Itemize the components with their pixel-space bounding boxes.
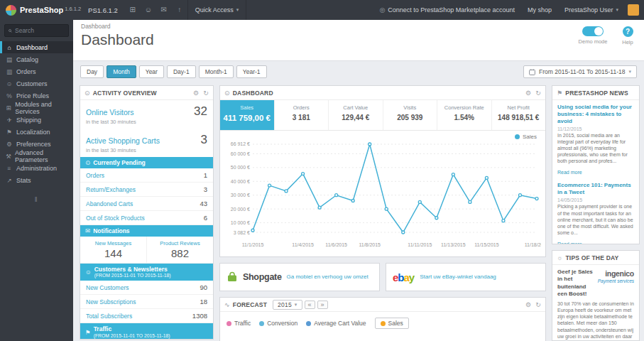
news-article-title[interactable]: Using social media for your business: 4 … xyxy=(557,104,634,125)
demo-mode-toggle[interactable] xyxy=(582,26,604,36)
sidebar-search[interactable] xyxy=(4,24,69,37)
people-icon: ☺ xyxy=(85,269,92,276)
new-customers-link[interactable]: New Customers xyxy=(86,284,129,291)
total-subscribers-link[interactable]: Total Subscribers xyxy=(86,313,132,320)
help-icon[interactable]: ? xyxy=(623,26,633,37)
forecast-legend-average-cart-value[interactable]: Average Cart Value xyxy=(306,320,366,327)
bell-icon: ✉ xyxy=(85,227,90,234)
kpi-value: 3 181 xyxy=(278,114,326,121)
kpi-label: Orders xyxy=(278,104,326,111)
svg-text:50 000 €: 50 000 € xyxy=(231,165,250,170)
gear-icon[interactable]: ⚙ xyxy=(193,90,199,97)
kpi-net-profit[interactable]: Net Profit148 918,51 € xyxy=(492,100,546,130)
kpi-visits[interactable]: Visits205 939 xyxy=(383,100,438,130)
sidebar-item-preferences[interactable]: ⚙Preferences xyxy=(0,138,73,150)
forecast-year-value: 2015 xyxy=(278,301,292,308)
pending-orders-link[interactable]: Orders xyxy=(86,172,104,179)
gear-icon[interactable]: ⚙ xyxy=(525,90,531,97)
kpi-orders[interactable]: Orders3 181 xyxy=(275,100,329,130)
search-input[interactable] xyxy=(15,27,65,34)
forecast-legend-sales[interactable]: Sales xyxy=(375,318,409,329)
refresh-icon[interactable]: ↻ xyxy=(203,90,209,97)
sidebar-collapse-button[interactable]: ‖ xyxy=(0,196,73,203)
svg-text:30 000 €: 30 000 € xyxy=(231,193,250,197)
read-more-link[interactable]: Read more xyxy=(557,242,582,244)
forecast-next-button[interactable]: » xyxy=(317,301,328,309)
shopgate-logo-text: Shopgate xyxy=(243,272,282,282)
out-of-stock-link[interactable]: Out of Stock Products xyxy=(86,215,145,222)
news-article-title[interactable]: Ecommerce 101: Payments in a Tweet xyxy=(557,182,634,196)
sidebar-item-localization[interactable]: ⚑Localization xyxy=(0,126,73,138)
refresh-icon[interactable]: ↻ xyxy=(535,301,541,308)
new-subscriptions-link[interactable]: New Subscriptions xyxy=(86,298,136,305)
forecast-prev-button[interactable]: « xyxy=(305,301,315,309)
sidebar-item-administration[interactable]: ≡Administration xyxy=(0,162,73,174)
ebay-promo-link[interactable]: Start uw eBay-winkel vandaag xyxy=(420,274,496,281)
filter-year-button[interactable]: Year xyxy=(139,65,164,78)
out-of-stock-value: 6 xyxy=(204,214,207,222)
ebay-promo-panel: ebay Start uw eBay-winkel vandaag xyxy=(386,263,546,291)
customers-newsletters-header: ☺ Customers & Newsletters (FROM 2015-11-… xyxy=(80,264,213,281)
sidebar-item-price-rules[interactable]: %Price Rules xyxy=(0,90,73,102)
abandoned-carts-link[interactable]: Abandoned Carts xyxy=(86,200,133,207)
shopgate-promo-panel: Shopgate Ga mobiel en verhoog uw omzet xyxy=(219,263,380,291)
upgrade-icon[interactable]: ↑ xyxy=(172,0,187,20)
user-menu[interactable]: PrestaShop User ▾ xyxy=(558,0,625,20)
forecast-panel-title: FORECAST xyxy=(233,301,267,308)
forecast-legend-conversion[interactable]: Conversion xyxy=(259,320,298,327)
sidebar-item-stats[interactable]: ↗Stats xyxy=(0,174,73,186)
page-header: Dashboard Dashboard Demo mode ? Help xyxy=(73,20,644,61)
forecast-legend-traffic[interactable]: Traffic xyxy=(227,320,251,327)
sidebar-item-dashboard[interactable]: ⌂Dashboard xyxy=(0,41,73,53)
sidebar-nav: ⌂Dashboard ▤Catalog ▥Orders ☺Customers %… xyxy=(0,41,73,186)
online-visitors-link[interactable]: Online Visitors xyxy=(86,108,134,117)
sidebar-item-catalog[interactable]: ▤Catalog xyxy=(0,53,73,65)
notifications-header: ✉ Notifications xyxy=(80,225,213,237)
new-messages-stat[interactable]: New Messages 144 xyxy=(80,237,147,263)
customers-icon[interactable]: ☺ xyxy=(141,0,156,20)
gear-icon[interactable]: ⚙ xyxy=(525,301,531,308)
kpi-cart-value[interactable]: Cart Value129,44 € xyxy=(329,100,383,130)
news-icon: ⚑ xyxy=(557,90,562,97)
marketplace-link[interactable]: ◎ Connect to PrestaShop Marketplace acco… xyxy=(373,0,520,20)
filter-day-button[interactable]: Day xyxy=(80,65,104,78)
filter-year-1-button[interactable]: Year-1 xyxy=(236,65,267,78)
brand-name: PrestaShop xyxy=(20,6,63,14)
news-article-date: 14/05/2015 xyxy=(557,197,634,202)
sidebar-item-customers[interactable]: ☺Customers xyxy=(0,77,73,90)
kpi-conversion-rate[interactable]: Conversion Rate1.54% xyxy=(437,100,492,130)
pending-returns-link[interactable]: Return/Exchanges xyxy=(86,186,136,193)
filter-month-1-button[interactable]: Month-1 xyxy=(199,65,234,78)
localization-icon: ⚑ xyxy=(5,129,13,136)
cart-icon[interactable]: ⊞ xyxy=(125,0,141,20)
svg-text:11/13/2015: 11/13/2015 xyxy=(441,242,466,247)
filter-month-button[interactable]: Month xyxy=(107,65,136,78)
kpi-sales[interactable]: Sales411 759,00 € xyxy=(220,100,275,130)
svg-text:66 912 €: 66 912 € xyxy=(231,141,250,146)
active-carts-link[interactable]: Active Shopping Carts xyxy=(86,136,160,145)
list-item: Return/Exchanges3 xyxy=(80,183,213,197)
quick-access-menu[interactable]: Quick Access ▾ xyxy=(187,0,247,20)
forecast-year-select[interactable]: 2015 ▾ xyxy=(273,300,302,310)
user-label: PrestaShop User xyxy=(564,6,613,13)
refresh-icon[interactable]: ↻ xyxy=(535,90,541,97)
my-shop-label: My shop xyxy=(528,6,552,13)
sidebar-item-modules[interactable]: ⊞Modules and Services xyxy=(0,102,73,114)
filter-day-1-button[interactable]: Day-1 xyxy=(167,65,196,78)
avatar[interactable] xyxy=(628,4,639,16)
shopgate-promo-link[interactable]: Ga mobiel en verhoog uw omzet xyxy=(287,274,369,281)
date-range-picker[interactable]: From 2015-11-01 To 2015-11-18 ▾ xyxy=(523,65,637,78)
sidebar-item-orders[interactable]: ▥Orders xyxy=(0,65,73,77)
list-item: New Subscriptions18 xyxy=(80,295,213,309)
product-reviews-stat[interactable]: Product Reviews 882 xyxy=(147,237,213,263)
legend-label: Average Cart Value xyxy=(314,320,366,327)
sidebar: ⌂Dashboard ▤Catalog ▥Orders ☺Customers %… xyxy=(0,20,73,341)
sidebar-item-advanced-parameters[interactable]: ⚒Advanced Parameters xyxy=(0,150,73,162)
read-more-link[interactable]: Read more xyxy=(557,170,582,175)
traffic-title: Traffic xyxy=(94,325,170,332)
my-shop-link[interactable]: My shop xyxy=(521,0,558,20)
chart-icon: ∿ xyxy=(224,301,230,308)
sidebar-item-shipping[interactable]: ✈Shipping xyxy=(0,114,73,126)
list-item: New Customers90 xyxy=(80,281,213,295)
messages-icon[interactable]: ✉ xyxy=(156,0,172,20)
